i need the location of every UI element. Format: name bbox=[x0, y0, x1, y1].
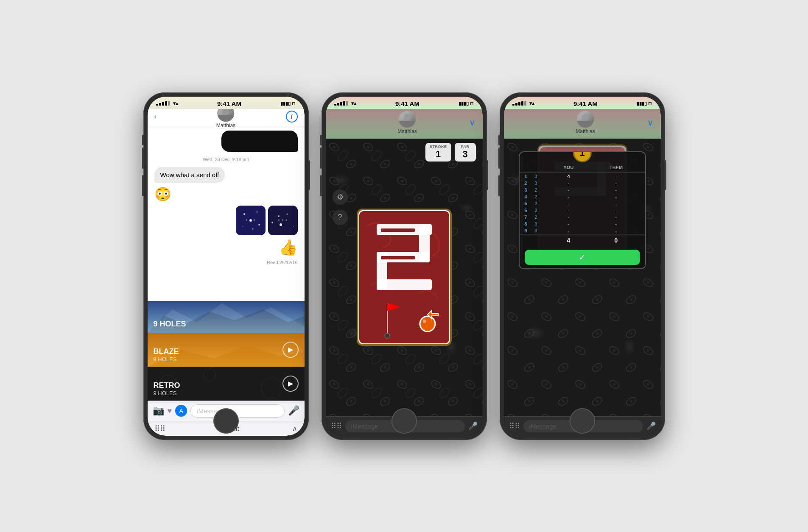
svg-point-42 bbox=[385, 333, 390, 338]
golf-area-2: ⚙ ? STROKE 1 PAR 3 bbox=[326, 139, 483, 416]
svg-point-2 bbox=[256, 211, 257, 212]
sc-row-7: 7 2 - - bbox=[520, 214, 645, 220]
svg-point-5 bbox=[258, 224, 260, 226]
golf-course-svg[interactable] bbox=[326, 139, 483, 416]
chevron-up-icon-1[interactable]: ∧ bbox=[292, 424, 297, 432]
vol-down-3[interactable] bbox=[498, 175, 500, 196]
stroke-par-display: STROKE 1 PAR 3 bbox=[425, 143, 476, 162]
total-you-3: 4 bbox=[545, 237, 593, 244]
time-display-1: 9:41 AM bbox=[217, 100, 241, 107]
par-box: PAR 3 bbox=[455, 143, 476, 162]
apps-icon-1[interactable]: A bbox=[175, 405, 187, 417]
heart-icon-1[interactable]: ♥ bbox=[168, 407, 172, 415]
sc-row-6: 6 2 - - bbox=[520, 207, 645, 214]
screen-2: ▾▴ 9:41 AM ▮▮▮▯ ⊓ Matthias bbox=[326, 97, 483, 436]
sc-row-2: 2 3 - - bbox=[520, 180, 645, 187]
info-button-1[interactable]: i bbox=[286, 111, 298, 123]
scorecard-totals-3: 4 0 bbox=[520, 234, 645, 246]
sc-row-1: 1 3 4 - bbox=[520, 173, 645, 180]
back-button-1[interactable]: ‹ bbox=[154, 113, 157, 120]
wifi-icon-1: ▾▴ bbox=[173, 100, 178, 106]
game-card-retro[interactable]: RETRO 9 HOLES ▶ bbox=[148, 367, 305, 401]
avatar-img-2 bbox=[399, 111, 416, 128]
svg-rect-34 bbox=[377, 279, 432, 290]
scorecard-3: 1 YOU THEM 1 3 bbox=[519, 151, 646, 269]
signal-2 bbox=[334, 101, 348, 106]
game-card-9holes[interactable]: 9 HOLES bbox=[148, 301, 305, 333]
apps-icon-3[interactable]: ⠿⠿ bbox=[509, 421, 520, 431]
svg-point-1 bbox=[243, 213, 245, 215]
screen-1: ▾▴ 9:41 AM ▮▮▮▯ ⊓ ‹ Matthias bbox=[148, 97, 305, 436]
confirm-button-3[interactable]: ✓ bbox=[525, 250, 640, 265]
vol-down-1[interactable] bbox=[142, 175, 144, 196]
wifi-icon-3: ▾▴ bbox=[529, 100, 534, 106]
grid-icon-1[interactable]: ⠿⠿ bbox=[154, 424, 165, 433]
9holes-label: 9 HOLES bbox=[154, 320, 186, 329]
phone-1: ▾▴ 9:41 AM ▮▮▮▯ ⊓ ‹ Matthias bbox=[143, 92, 309, 440]
vol-up-2[interactable] bbox=[320, 148, 322, 169]
svg-point-10 bbox=[280, 223, 282, 226]
signal-1 bbox=[156, 101, 170, 106]
time-display-2: 9:41 AM bbox=[395, 100, 419, 107]
status-left-2: ▾▴ bbox=[334, 100, 356, 106]
status-right-2: ▮▮▮▯ ⊓ bbox=[459, 101, 474, 106]
retro-play-btn[interactable]: ▶ bbox=[282, 376, 299, 392]
help-btn-2[interactable]: ? bbox=[333, 210, 348, 225]
svg-point-37 bbox=[420, 316, 435, 331]
camera-icon-1[interactable]: 📷 bbox=[153, 405, 164, 416]
svg-point-38 bbox=[423, 320, 426, 323]
power-button-3[interactable] bbox=[665, 160, 666, 190]
vol-down-2[interactable] bbox=[320, 175, 322, 196]
game-card-blaze[interactable]: BLAZE 9 HOLES ▶ bbox=[148, 333, 305, 367]
sc-row-5: 5 2 - - bbox=[520, 200, 645, 207]
svg-rect-35 bbox=[381, 228, 415, 232]
contact-name-3: Matthias bbox=[576, 128, 595, 134]
mute-3[interactable] bbox=[498, 135, 500, 145]
mute-1[interactable] bbox=[142, 135, 144, 145]
apps-icon-2[interactable]: ⠿⠿ bbox=[331, 421, 342, 431]
app-section-1: 9 HOLES bbox=[148, 301, 305, 401]
power-button-2[interactable] bbox=[486, 160, 488, 190]
home-button-2[interactable] bbox=[391, 408, 417, 434]
golf-area-3: 1 YOU THEM 1 3 bbox=[504, 139, 661, 416]
time-display-3: 9:41 AM bbox=[573, 100, 598, 107]
mute-2[interactable] bbox=[320, 135, 322, 145]
svg-point-4 bbox=[242, 226, 243, 227]
phone-3: ▾▴ 9:41 AM ▮▮▮▯ ⊓ Matthias bbox=[500, 92, 665, 440]
stroke-box: STROKE 1 bbox=[425, 143, 451, 162]
blaze-content: BLAZE 9 HOLES bbox=[154, 348, 179, 362]
battery-icon-1: ▮▮▮▯ ⊓ bbox=[280, 101, 296, 106]
status-bar-1: ▾▴ 9:41 AM ▮▮▮▯ ⊓ bbox=[148, 97, 305, 109]
home-button-1[interactable] bbox=[213, 408, 239, 434]
svg-point-3 bbox=[249, 219, 252, 222]
svg-point-11 bbox=[293, 226, 294, 227]
power-button-1[interactable] bbox=[308, 160, 310, 190]
chevron-down-3[interactable]: ∨ bbox=[647, 117, 654, 128]
vol-up-3[interactable] bbox=[498, 148, 500, 169]
mic-icon-3[interactable]: 🎤 bbox=[646, 421, 656, 431]
sc-row-3: 3 2 - - bbox=[520, 187, 645, 193]
image-thumb-1 bbox=[236, 206, 266, 235]
svg-point-6 bbox=[252, 228, 253, 229]
svg-point-9 bbox=[286, 213, 288, 214]
sc-row-9: 9 3 - - bbox=[520, 227, 645, 234]
avatar-2 bbox=[399, 111, 416, 128]
settings-btn-2[interactable]: ⚙ bbox=[333, 189, 348, 205]
chevron-down-2[interactable]: ∨ bbox=[469, 117, 475, 128]
mic-icon-2[interactable]: 🎤 bbox=[468, 421, 478, 431]
svg-rect-7 bbox=[268, 206, 298, 235]
timestamp-1: Wed, 28 Dec, 9:18 pm bbox=[154, 157, 298, 162]
status-right-1: ▮▮▮▯ ⊓ bbox=[280, 101, 296, 106]
vol-up-1[interactable] bbox=[142, 148, 144, 169]
scorecard-rows-3: 1 3 4 - 2 3 - - bbox=[520, 173, 645, 234]
status-bar-3: ▾▴ 9:41 AM ▮▮▮▯ ⊓ bbox=[504, 97, 661, 109]
status-right-3: ▮▮▮▯ ⊓ bbox=[637, 101, 652, 106]
messages-area-1: Wed, 28 Dec, 9:18 pm Wow what a send off… bbox=[148, 126, 305, 301]
input-placeholder-2: iMessage bbox=[351, 423, 378, 430]
mic-icon-1[interactable]: 🎤 bbox=[288, 405, 299, 416]
blaze-play-btn[interactable]: ▶ bbox=[282, 342, 299, 358]
svg-rect-0 bbox=[236, 206, 266, 235]
golf-controls-2: ⚙ ? bbox=[333, 189, 348, 225]
sc-col-you-label: YOU bbox=[545, 165, 593, 170]
sc-col-par bbox=[535, 165, 545, 170]
